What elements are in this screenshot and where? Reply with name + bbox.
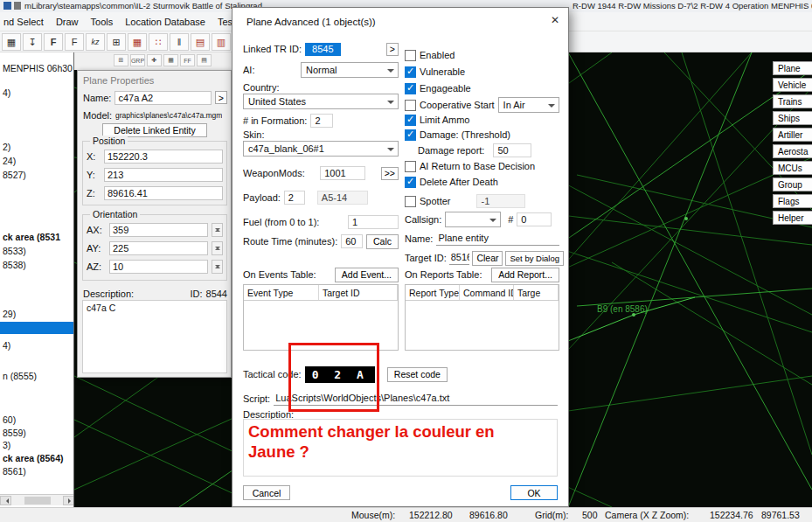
menu-item-location-database[interactable]: Location Database [125, 17, 205, 27]
ax-spinner[interactable] [212, 223, 223, 237]
az-input[interactable]: 10 [109, 260, 208, 274]
calc-button[interactable]: Calc [366, 234, 399, 249]
tree-item[interactable]: 3) [3, 440, 10, 451]
scroll-left-icon[interactable] [0, 496, 11, 505]
category-planes-button[interactable]: Plane [773, 61, 812, 75]
y-input[interactable]: 213 [104, 168, 223, 182]
category-artillery-button[interactable]: Artiller [773, 128, 812, 142]
route-time-input[interactable]: 60 [341, 234, 363, 248]
engageable-checkbox[interactable] [405, 83, 416, 94]
import-icon[interactable]: ↧ [23, 33, 42, 51]
events-column-event-type[interactable]: Event Type [244, 285, 319, 300]
cooperative-start-checkbox[interactable] [405, 100, 416, 111]
name-input[interactable]: c47a A2 [115, 91, 211, 105]
tree-item[interactable]: ck area (8564) [3, 453, 63, 464]
ai-select[interactable]: Normal [301, 62, 399, 78]
dots-grid-icon[interactable]: ∷ [149, 33, 168, 51]
set-by-dialog-button[interactable]: Set by Dialog [505, 251, 564, 266]
tree-item[interactable]: 8559) [3, 428, 26, 439]
font-bold-icon[interactable]: F [44, 33, 63, 51]
spotter-checkbox[interactable] [405, 196, 416, 207]
tree-item[interactable]: n (8555) [3, 371, 37, 382]
scrollbar-thumb[interactable] [24, 497, 51, 505]
goto-linked-button[interactable]: > [386, 43, 399, 56]
tree-item[interactable]: 2) [3, 142, 10, 153]
tree-item[interactable]: 60) [3, 414, 16, 426]
reports-table[interactable]: Report Type Command ID Targe [405, 284, 559, 351]
name-goto-button[interactable]: > [215, 91, 227, 104]
ay-spinner[interactable] [212, 241, 223, 255]
vulnerable-checkbox[interactable] [405, 66, 416, 78]
mission-object-tree[interactable]: MENPHIS 06h30 4) 2) 24) 8527) ck area (8… [0, 52, 74, 507]
tree-item[interactable]: 8527) [3, 170, 26, 181]
category-aerostats-button[interactable]: Aerosta [773, 144, 812, 158]
category-flags-button[interactable]: Flags [773, 194, 812, 208]
tree-horizontal-scrollbar[interactable] [0, 494, 74, 505]
callsign-select[interactable] [445, 212, 501, 227]
callsign-number-input[interactable]: 0 [517, 212, 552, 226]
rails-icon[interactable]: ▥ [212, 33, 231, 51]
ok-button[interactable]: OK [510, 485, 558, 500]
ff-icon[interactable]: FF [180, 54, 195, 66]
bridge-icon[interactable]: ‖ [170, 33, 189, 51]
formation-input[interactable]: 2 [310, 114, 333, 128]
menu-item-tools[interactable]: Tools [91, 17, 114, 27]
menu-item-select[interactable]: nd Select [3, 17, 44, 27]
tree-item[interactable]: 24) [3, 156, 16, 167]
delete-after-death-checkbox[interactable] [405, 177, 416, 188]
target-id-input[interactable]: 8516 [449, 252, 470, 265]
close-icon[interactable]: ✕ [551, 14, 559, 26]
fuel-input[interactable]: 1 [348, 215, 399, 229]
tree-item[interactable]: 8533) [3, 246, 26, 257]
category-vehicles-button[interactable]: Vehicle [773, 78, 812, 92]
tree-item[interactable]: 29) [3, 309, 16, 320]
scroll-right-icon[interactable] [63, 496, 74, 505]
mesh-icon[interactable]: ▦ [163, 54, 178, 66]
skin-select[interactable]: c47a_blank_06#1 [243, 141, 399, 157]
x-input[interactable]: 152220.3 [104, 150, 223, 164]
linked-tr-input[interactable]: 8545 [305, 43, 340, 56]
font-icon[interactable]: F [65, 33, 84, 51]
events-table[interactable]: Event Type Target ID [243, 284, 399, 351]
weaponmods-button[interactable]: >> [381, 167, 399, 180]
category-mcus-button[interactable]: MCUs [773, 161, 812, 175]
mini-grid-icon[interactable]: ⊞ [114, 54, 128, 66]
category-groups-button[interactable]: Group [773, 177, 812, 191]
clear-button[interactable]: Clear [472, 251, 503, 266]
damage-threshold-checkbox[interactable] [405, 129, 416, 141]
add-event-button[interactable]: Add Event... [335, 268, 399, 282]
payload-input[interactable]: 2 [284, 191, 305, 205]
cooperative-start-select[interactable]: In Air [498, 97, 559, 113]
tree-item[interactable]: ck area (8531 [3, 232, 60, 243]
ay-input[interactable]: 225 [109, 241, 208, 255]
tree-item[interactable]: MENPHIS 06h30 [3, 63, 73, 74]
reports-column-target[interactable]: Targe [514, 285, 559, 300]
tree-item[interactable]: 4) [3, 87, 10, 99]
menu-item-draw[interactable]: Draw [56, 17, 79, 27]
category-helpers-button[interactable]: Helper [773, 211, 812, 225]
rail-grid-icon[interactable]: ▦ [128, 33, 147, 51]
cross-icon[interactable]: ✚ [147, 54, 162, 66]
grid-icon[interactable]: ⊞ [107, 33, 126, 51]
tree-item[interactable]: 8538) [3, 260, 26, 271]
group-icon[interactable]: GRP [130, 54, 145, 66]
list-icon[interactable]: ▤ [197, 54, 212, 66]
add-report-button[interactable]: Add Report... [491, 268, 559, 282]
damage-report-input[interactable]: 50 [493, 143, 531, 157]
ax-input[interactable]: 359 [109, 223, 208, 237]
country-select[interactable]: United States [243, 94, 399, 109]
category-ships-button[interactable]: Ships [773, 111, 812, 125]
entity-name-input[interactable]: Plane entity [436, 233, 559, 246]
az-spinner[interactable] [212, 260, 223, 274]
reports-column-command-id[interactable]: Command ID [460, 285, 514, 300]
tree-item-selected[interactable] [0, 322, 74, 334]
weaponmods-input[interactable]: 1001 [320, 166, 365, 180]
limit-ammo-checkbox[interactable] [405, 115, 416, 126]
reports-column-report-type[interactable]: Report Type [406, 285, 460, 300]
ai-return-checkbox[interactable] [405, 161, 416, 172]
cancel-button[interactable]: Cancel [243, 485, 290, 500]
reset-code-button[interactable]: Reset code [387, 367, 448, 382]
window-icon[interactable]: ▦ [2, 33, 21, 51]
enabled-checkbox[interactable] [405, 50, 416, 61]
z-input[interactable]: 89616.41 [104, 186, 223, 200]
